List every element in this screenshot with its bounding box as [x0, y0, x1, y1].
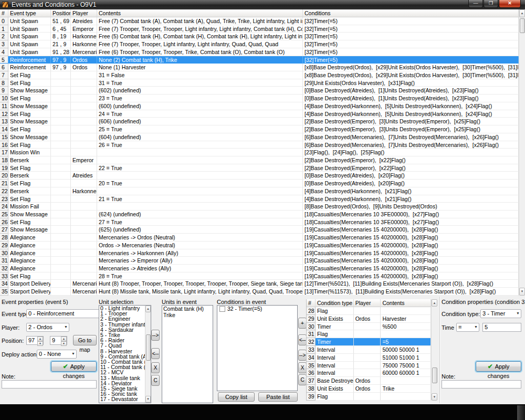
- event-row[interactable]: 21Set Flag20 = True[0]Base Destroyed(Atr…: [0, 180, 519, 187]
- close-button[interactable]: ✕: [499, 0, 521, 8]
- event-row[interactable]: 16Set Flag26 = True[6]Base Destroyed(Mer…: [0, 141, 519, 149]
- event-row[interactable]: 33Set Flag28 = True[19]Casualties(Mercen…: [0, 272, 519, 280]
- condition-row[interactable]: 37Base DestroyedOrdos: [307, 377, 431, 385]
- event-row[interactable]: 17Mission Win[23]Flag(), [24]Flag(), [25…: [0, 149, 519, 156]
- event-table-scrollbar[interactable]: ▲ ▼: [519, 9, 525, 296]
- event-row[interactable]: 29AllegianceOrdos -> Mercenaries (Neutra…: [0, 242, 519, 249]
- condition-row[interactable]: 33Interval50000 50000 1: [307, 346, 431, 354]
- event-row[interactable]: 0Unit Spawn51 , 69AtreidesFree (7) Comba…: [0, 17, 519, 25]
- transfer-button-[interactable]: <--: [151, 348, 160, 359]
- transfer-button-X[interactable]: X: [151, 362, 160, 373]
- conditions-in-event-list[interactable]: 32 - Timer(=5): [217, 305, 298, 391]
- units-in-event-list[interactable]: Combat tank (H)Trike: [162, 305, 213, 403]
- scroll-up-icon[interactable]: ▲: [432, 299, 437, 307]
- column-header[interactable]: Position: [51, 9, 71, 17]
- condition-row[interactable]: 34Interval51000 51000 1: [307, 354, 431, 362]
- unit-selection-list[interactable]: 0 - Light infantry1 - Trooper2 - Enginee…: [99, 305, 151, 403]
- checkbox-unchecked-icon[interactable]: [219, 306, 225, 312]
- event-row[interactable]: 4Unit Spawn91 , 28MercenariesFree (6) Tr…: [0, 48, 519, 56]
- event-row[interactable]: 25Show Message(624) (undefined)[18]Casua…: [0, 211, 519, 218]
- spinner-arrows-icon[interactable]: ▲▼: [37, 337, 43, 344]
- event-note-input[interactable]: [2, 380, 97, 388]
- scrollbar-thumb[interactable]: [432, 368, 437, 383]
- event-row[interactable]: 32AllegianceMercenaries -> Atreides (All…: [0, 265, 519, 272]
- event-row[interactable]: 9Show Message(602) (undefined)[0]Base De…: [0, 87, 519, 94]
- column-header[interactable]: Conditions: [303, 9, 519, 17]
- condition-table-scrollbar[interactable]: ▲ ▼: [431, 299, 437, 401]
- event-row[interactable]: 13Show Message(606) (undefined)[2]Base D…: [0, 118, 519, 125]
- event-row[interactable]: 11Show Message(600) (undefined)[4]Base D…: [0, 102, 519, 110]
- event-row[interactable]: 6Reinforcement97 , 9OrdosNone (1) Harves…: [0, 64, 519, 71]
- event-row[interactable]: 10Set Flag23 = True[0]Base Destroyed(Atr…: [0, 94, 519, 102]
- condition-row[interactable]: 35Interval75000 75000 1: [307, 362, 431, 370]
- column-header[interactable]: Contents: [97, 9, 303, 17]
- transfer-button-C[interactable]: C: [298, 374, 307, 385]
- condition-list-item[interactable]: 32 - Timer(=5): [217, 306, 297, 312]
- condition-row[interactable]: 36Interval60000 60000 1: [307, 369, 431, 377]
- position-y-stepper[interactable]: 9 ▲▼: [50, 336, 67, 345]
- condition-type-select[interactable]: 3 - Timer▼: [480, 309, 521, 318]
- condition-row[interactable]: 38Unit ExistsOrdosTrike: [307, 385, 431, 393]
- list-item[interactable]: Combat tank (H): [162, 306, 213, 312]
- scroll-up-icon[interactable]: ▲: [145, 306, 151, 312]
- event-row[interactable]: 27Show Message(625) (undefined)[19]Casua…: [0, 226, 519, 234]
- transfer-button-X[interactable]: X: [298, 362, 307, 373]
- event-row[interactable]: 31AllegianceMercenaries -> Emperor (Ally…: [0, 257, 519, 265]
- event-row[interactable]: 34Starport DeliveryMercenariesHunt (8) T…: [0, 280, 519, 288]
- event-row[interactable]: 14Set Flag25 = True[2]Base Destroyed(Emp…: [0, 125, 519, 133]
- event-row[interactable]: 26Set Flag27 = True[18]Casualties(Mercen…: [0, 218, 519, 226]
- event-row[interactable]: 12Set Flag24 = True[4]Base Destroyed(Har…: [0, 110, 519, 118]
- restore-button[interactable]: ❐: [484, 0, 498, 8]
- list-item[interactable]: 17 - Devastator: [99, 396, 151, 402]
- event-row[interactable]: 8Set Flag31 = True[29]Unit Exists(Ordos …: [0, 79, 519, 87]
- transfer-button-C[interactable]: C: [151, 375, 160, 386]
- column-header[interactable]: #: [307, 299, 316, 307]
- column-header[interactable]: Player: [354, 299, 381, 307]
- go-to-map-button[interactable]: Go to map: [73, 335, 97, 345]
- apply-changes-button[interactable]: ✔Apply changes: [51, 361, 97, 372]
- event-row[interactable]: 3Unit Spawn21 , 9HarkonnenFree (7) Troop…: [0, 40, 519, 48]
- minimize-button[interactable]: —: [468, 0, 483, 8]
- unit-list-scrollbar[interactable]: ▲ ▼: [145, 306, 151, 403]
- copy-list-button[interactable]: Copy list: [218, 392, 255, 402]
- event-row[interactable]: 30AllegianceMercenaries -> Harkonnen (Al…: [0, 249, 519, 257]
- player-select[interactable]: 2 - Ordos▼: [26, 323, 69, 332]
- column-header[interactable]: Condition type: [316, 299, 354, 307]
- event-row[interactable]: 15Show Message(604) (undefined)[6]Base D…: [0, 133, 519, 141]
- scroll-up-icon[interactable]: ▲: [519, 9, 525, 17]
- transfer-button-[interactable]: -->: [151, 330, 160, 341]
- event-row[interactable]: 18BerserkEmperor[2]Base Destroyed(Empero…: [0, 156, 519, 164]
- scrollbar-thumb[interactable]: [520, 18, 525, 33]
- condition-row[interactable]: 28Flag: [307, 307, 431, 315]
- scroll-down-icon[interactable]: ▼: [432, 393, 437, 401]
- transfer-button-[interactable]: -->: [298, 350, 307, 361]
- event-row[interactable]: 22BerserkHarkonnen[4]Base Destroyed(Hark…: [0, 187, 519, 195]
- scroll-down-icon[interactable]: ▼: [519, 288, 525, 296]
- event-row[interactable]: 1Unit Spawn6 , 45EmperorFree (7) Trooper…: [0, 25, 519, 33]
- event-row[interactable]: 24Mission Fail[8]Base Destroyed(Ordos), …: [0, 203, 519, 211]
- column-header[interactable]: Contents: [381, 299, 431, 307]
- transfer-button-[interactable]: <--: [298, 334, 307, 345]
- time-operator-select[interactable]: =▼: [456, 323, 479, 332]
- apply-changes-button[interactable]: ✔Apply changes: [476, 361, 521, 372]
- condition-row[interactable]: 30Timer%500: [307, 323, 431, 331]
- position-x-stepper[interactable]: 97 ▲▼: [26, 336, 44, 345]
- column-header[interactable]: Player: [71, 9, 97, 17]
- scrollbar-thumb[interactable]: [146, 334, 151, 361]
- scroll-down-icon[interactable]: ▼: [145, 396, 151, 403]
- event-row[interactable]: 23Set Flag21 = True[4]Base Destroyed(Har…: [0, 195, 519, 203]
- event-row[interactable]: 28AllegianceMercenaries -> Ordos (Neutra…: [0, 234, 519, 242]
- spinner-arrows-icon[interactable]: ▲▼: [61, 337, 67, 344]
- deploy-action-select[interactable]: 0 - None▼: [37, 350, 77, 359]
- event-row[interactable]: 35Starport DeliveryMercenariesHunt (8) M…: [0, 288, 519, 296]
- condition-row[interactable]: 39Flag: [307, 393, 431, 401]
- event-row[interactable]: 7Set Flag31 = False[x8]Base Destroyed(Or…: [0, 71, 519, 79]
- column-header[interactable]: #: [0, 9, 8, 17]
- event-row[interactable]: 19Set Flag22 = True[2]Base Destroyed(Emp…: [0, 164, 519, 172]
- column-header[interactable]: Event type: [8, 9, 51, 17]
- condition-row[interactable]: 31Flag: [307, 330, 431, 338]
- event-row[interactable]: 2Unit Spawn8 , 19HarkonnenFree (5) Comba…: [0, 33, 519, 40]
- condition-row[interactable]: 29Unit ExistsOrdosHarvester: [307, 315, 431, 323]
- event-row[interactable]: 5Reinforcement97 , 9OrdosNone (2) Combat…: [0, 56, 519, 64]
- condition-note-input[interactable]: [442, 380, 521, 388]
